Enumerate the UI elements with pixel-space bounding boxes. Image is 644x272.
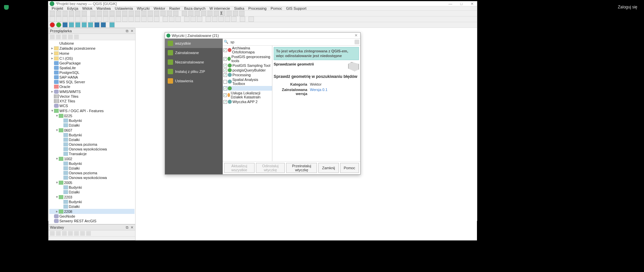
collapse-icon[interactable] (80, 231, 85, 236)
measure-icon[interactable] (226, 11, 232, 16)
expand-icon[interactable]: ▸ (51, 51, 54, 55)
tree-item[interactable]: Budynki (49, 133, 135, 137)
tree-item[interactable]: Działki (49, 190, 135, 194)
plugin-list-item[interactable]: ✓Wtyczka APP 2 (223, 99, 272, 104)
wfs-icon[interactable] (75, 22, 80, 28)
globe-icon[interactable] (191, 16, 196, 22)
clear-search-icon[interactable] (355, 40, 359, 44)
plugin-search-input[interactable] (230, 40, 353, 44)
plugin-checkbox[interactable]: ✓ (223, 57, 227, 61)
add-mesh-icon[interactable] (62, 16, 68, 22)
db-manager-icon[interactable] (62, 22, 68, 28)
expand-icon[interactable]: ▸ (55, 209, 59, 214)
snapping-icon[interactable] (163, 16, 168, 22)
properties-icon[interactable] (74, 35, 79, 39)
close-button[interactable]: Zamknij (318, 163, 339, 173)
menu-pomoc[interactable]: Pomoc (269, 6, 284, 10)
zoom-next-icon[interactable] (148, 11, 153, 16)
plugin-checkbox[interactable]: ✓ (223, 64, 227, 67)
plugin-checkbox[interactable]: ✓ (223, 73, 227, 77)
expand-icon[interactable]: ▾ (55, 180, 59, 185)
panel-float-icon[interactable]: ⧉ (125, 225, 129, 229)
field-calc-icon[interactable] (207, 11, 213, 16)
uninstall-button[interactable]: Odinstaluj wtyczkę (256, 163, 285, 173)
sidebar-item-ustawienia[interactable]: Ustawienia (165, 76, 223, 86)
tree-item[interactable]: Działki (49, 137, 135, 142)
attribute-table-icon[interactable] (201, 11, 206, 16)
vt-icon[interactable] (94, 22, 100, 28)
browser-tree[interactable]: Ulubione▸Zakładki przestrzenne▸Home▸C:\ … (49, 40, 135, 224)
panel-close-icon[interactable]: ✕ (130, 225, 134, 229)
tree-item[interactable]: ▸WMS/WMTS (49, 89, 135, 94)
filter-legend-icon[interactable] (68, 231, 73, 236)
zoom-out-icon[interactable] (109, 11, 115, 16)
menu-projekt[interactable]: Projekt (50, 6, 65, 10)
menu-processing[interactable]: Processing (246, 6, 268, 10)
copy-features-icon[interactable] (135, 16, 140, 22)
plugin-list-item[interactable]: ✓postgisQueryBuilder (223, 68, 272, 73)
planet-icon[interactable] (197, 16, 202, 22)
sidebar-item-wszystkie[interactable]: wszystkie (165, 39, 223, 48)
plugin-c-icon[interactable] (218, 16, 224, 22)
sidebar-item-instaluj-z-pliku-zip[interactable]: Instaluj z pliku ZIP (165, 67, 223, 76)
tree-item[interactable]: Działki (49, 166, 135, 171)
filter-icon[interactable] (62, 35, 67, 39)
tree-item[interactable]: Budynki (49, 185, 135, 190)
menu-widok[interactable]: Widok (80, 6, 95, 10)
node-tool-icon[interactable] (116, 16, 121, 22)
add-vector-icon[interactable] (50, 16, 55, 22)
tree-item[interactable]: ▾WFS / OGC API - Features (49, 108, 135, 113)
minimize-button[interactable]: — (446, 2, 454, 6)
add-group-icon[interactable] (56, 231, 61, 236)
wms-icon[interactable] (69, 22, 74, 28)
refresh-browser-icon[interactable] (56, 35, 61, 39)
zoom-layer-icon[interactable] (128, 11, 134, 16)
login-button[interactable]: Zaloguj się (618, 5, 637, 9)
plugin-list-item[interactable]: ✓Processing (223, 73, 272, 77)
redo-icon[interactable] (154, 16, 159, 22)
close-button[interactable]: ✕ (469, 2, 476, 6)
topo-icon[interactable] (175, 16, 181, 22)
save-project-icon[interactable] (62, 11, 68, 16)
play-icon[interactable] (56, 22, 61, 28)
plugin-checkbox[interactable]: ✓ (223, 93, 227, 97)
tree-item[interactable]: ▾2203 (49, 194, 135, 199)
record-icon[interactable] (50, 22, 55, 28)
tree-item[interactable]: GeoPackage (49, 61, 135, 65)
expand-icon[interactable]: ▾ (55, 128, 59, 132)
collapse-all-icon[interactable] (68, 35, 73, 39)
open-project-icon[interactable] (56, 11, 61, 16)
select-icon[interactable] (188, 11, 194, 16)
print-layout-icon[interactable] (75, 11, 80, 16)
tree-item[interactable]: Osnowa wysokościowa (49, 175, 135, 180)
paste-features-icon[interactable] (141, 16, 147, 22)
add-raster-icon[interactable] (56, 16, 61, 22)
identify-icon[interactable] (182, 11, 187, 16)
show-bookmarks-icon[interactable] (160, 11, 166, 16)
tracing-icon[interactable] (169, 16, 174, 22)
web-icon[interactable] (184, 16, 190, 22)
update-all-button[interactable]: Aktualizuj wszystkie (224, 163, 255, 173)
plugin-checkbox[interactable]: ✓ (223, 100, 227, 104)
temporal-icon[interactable] (167, 11, 172, 16)
style-icon[interactable] (50, 231, 55, 236)
refresh-icon[interactable] (173, 11, 178, 16)
expand-icon[interactable]: ▾ (51, 108, 54, 113)
zoom-last-icon[interactable] (141, 11, 147, 16)
expand-icon[interactable]: ▾ (55, 195, 59, 199)
tree-item[interactable]: Transakcje (49, 151, 135, 156)
tree-item[interactable]: ▸2208 (49, 209, 135, 214)
pan-selection-icon[interactable] (97, 11, 102, 16)
plugin-checkbox[interactable]: ✓ (223, 48, 227, 52)
add-feature-icon[interactable] (103, 16, 108, 22)
plugin-list-item[interactable]: ✓Archiwalna Ortofotomapa (223, 46, 272, 54)
add-layer-icon[interactable] (50, 35, 55, 39)
maximize-button[interactable]: □ (458, 2, 465, 6)
tree-item[interactable]: Osnowa wysokościowa (49, 147, 135, 151)
plugin-list-item[interactable]: ✓ (223, 86, 272, 91)
tree-item[interactable]: ▾0607 (49, 128, 135, 133)
tree-item[interactable]: MS SQL Server (49, 80, 135, 84)
plugin-g-icon[interactable] (249, 16, 254, 22)
tree-item[interactable]: ▾2005 (49, 180, 135, 185)
plugin-list-item[interactable]: ✓PostGIS Sampling Tool (223, 63, 272, 68)
